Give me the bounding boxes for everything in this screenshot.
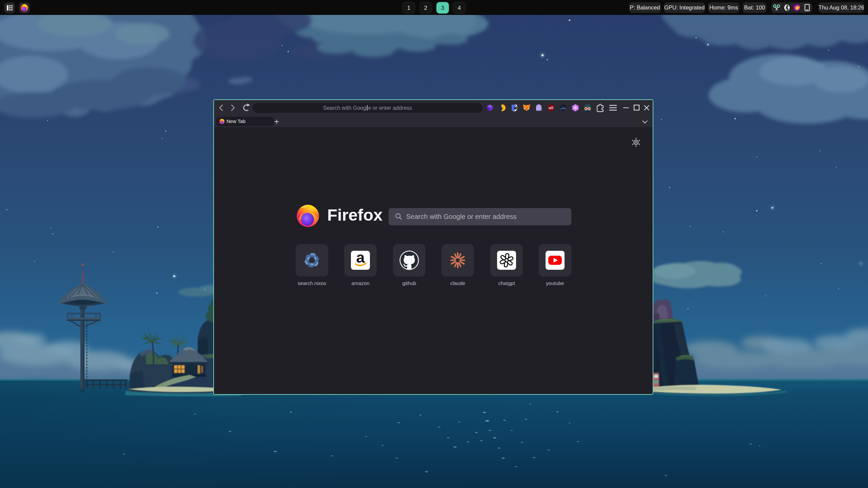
svg-text:uO: uO: [549, 106, 553, 110]
